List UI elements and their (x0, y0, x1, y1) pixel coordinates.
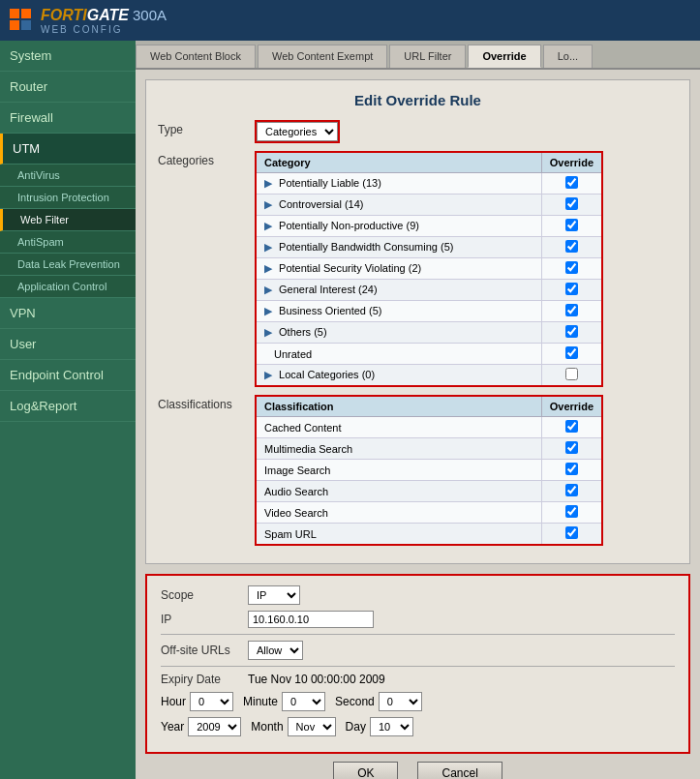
day-label: Day (346, 720, 366, 734)
offsite-select[interactable]: Allow Deny (248, 641, 303, 660)
sidebar-item-vpn[interactable]: VPN (0, 298, 136, 329)
classification-check-0[interactable] (541, 417, 602, 438)
sidebar-item-router[interactable]: Router (0, 72, 136, 103)
ip-label: IP (161, 613, 248, 626)
classification-check-3[interactable] (541, 481, 602, 502)
category-name-2: ▶ Potentially Non-productive (9) (256, 216, 541, 237)
category-check-8[interactable] (541, 344, 602, 365)
classification-checkbox-4[interactable] (565, 505, 578, 518)
month-select[interactable]: JanFebMarApr MayJunJulAug SepOctNovDec (288, 717, 336, 736)
type-select[interactable]: Categories URLs (257, 122, 338, 141)
date-row: Year 2009 201020112012 Month JanFebMarAp… (161, 717, 675, 736)
category-checkbox-0[interactable] (565, 176, 578, 189)
divider2 (161, 666, 675, 667)
classification-name-1: Multimedia Search (256, 438, 541, 460)
classification-check-5[interactable] (541, 524, 602, 546)
sidebar: System Router Firewall UTM AntiVirus Int… (0, 41, 136, 779)
classification-checkbox-5[interactable] (565, 526, 578, 539)
sidebar-item-user[interactable]: User (0, 329, 136, 360)
offsite-label: Off-site URLs (161, 644, 248, 657)
scope-row: Scope IP User All (161, 585, 675, 605)
classifications-table: Classification Override Cached ContentMu… (255, 395, 603, 546)
category-check-1[interactable] (541, 195, 602, 216)
sidebar-item-logreport[interactable]: Log&Report (0, 391, 136, 422)
categories-label: Categories (158, 151, 255, 167)
second-select[interactable]: 0 15304559 (379, 692, 422, 711)
type-label: Type (158, 120, 255, 136)
tab-lo[interactable]: Lo... (543, 45, 593, 68)
category-checkbox-1[interactable] (565, 197, 578, 210)
tab-bar: Web Content Block Web Content Exempt URL… (136, 41, 700, 70)
sidebar-item-antivirus[interactable]: AntiVirus (0, 165, 136, 187)
ip-input[interactable] (248, 611, 374, 628)
category-check-7[interactable] (541, 322, 602, 344)
category-checkbox-3[interactable] (565, 240, 578, 253)
tab-url-filter[interactable]: URL Filter (389, 45, 466, 68)
svg-rect-4 (21, 20, 31, 30)
category-checkbox-9[interactable] (565, 368, 578, 380)
classification-checkbox-0[interactable] (565, 420, 578, 433)
sidebar-item-firewall[interactable]: Firewall (0, 103, 136, 134)
expiry-value: Tue Nov 10 00:00:00 2009 (248, 673, 385, 686)
category-check-4[interactable] (541, 258, 602, 280)
classification-check-1[interactable] (541, 438, 602, 460)
sidebar-item-endpoint[interactable]: Endpoint Control (0, 360, 136, 391)
sidebar-item-webfilter[interactable]: Web Filter (0, 209, 136, 231)
scope-section: Scope IP User All IP Off-site URLs (145, 574, 690, 754)
category-check-5[interactable] (541, 280, 602, 301)
category-checkbox-7[interactable] (565, 325, 578, 338)
classifications-row: Classifications Classification Override … (158, 395, 678, 546)
sidebar-item-utm[interactable]: UTM (0, 134, 136, 165)
category-name-7: ▶ Others (5) (256, 322, 541, 344)
category-check-2[interactable] (541, 216, 602, 237)
svg-rect-1 (10, 9, 19, 18)
sidebar-item-antispam[interactable]: AntiSpam (0, 231, 136, 254)
tab-web-content-block[interactable]: Web Content Block (136, 45, 256, 68)
category-check-0[interactable] (541, 173, 602, 195)
cancel-button[interactable]: Cancel (417, 762, 502, 779)
classification-name-3: Audio Search (256, 481, 541, 502)
svg-rect-3 (10, 20, 19, 30)
category-name-9: ▶ Local Categories (0) (256, 365, 541, 387)
day-select[interactable]: 12345 6789 10111213 1415161718 192021222… (370, 717, 413, 736)
type-row: Type Categories URLs (158, 120, 678, 143)
category-name-3: ▶ Potentially Bandwidth Consuming (5) (256, 237, 541, 258)
month-label: Month (251, 720, 283, 734)
tab-override[interactable]: Override (468, 45, 540, 68)
scope-select[interactable]: IP User All (248, 585, 300, 605)
category-checkbox-2[interactable] (565, 219, 578, 231)
offsite-row: Off-site URLs Allow Deny (161, 641, 675, 660)
sidebar-item-appcontrol[interactable]: Application Control (0, 276, 136, 298)
category-checkbox-6[interactable] (565, 304, 578, 316)
sidebar-item-system[interactable]: System (0, 41, 136, 72)
classification-checkbox-1[interactable] (565, 441, 578, 454)
button-row: OK Cancel (145, 754, 690, 779)
minute-select[interactable]: 0 12345 10152025304559 (282, 692, 325, 711)
category-check-9[interactable] (541, 365, 602, 387)
classification-check-2[interactable] (541, 460, 602, 481)
year-select[interactable]: 2009 201020112012 (188, 717, 241, 736)
categories-table: Category Override ▶ Potentially Liable (… (255, 151, 603, 387)
classification-check-4[interactable] (541, 502, 602, 524)
category-checkbox-8[interactable] (565, 346, 578, 359)
edit-override-card: Edit Override Rule Type Categories URLs … (145, 79, 690, 564)
expiry-label: Expiry Date (161, 673, 248, 686)
classification-checkbox-3[interactable] (565, 484, 578, 496)
header-subtitle: WEB CONFIG (41, 24, 167, 35)
sidebar-item-dataleak[interactable]: Data Leak Prevention (0, 254, 136, 276)
category-name-8: Unrated (256, 344, 541, 365)
ok-button[interactable]: OK (333, 762, 398, 779)
content-area: Edit Override Rule Type Categories URLs … (136, 70, 700, 779)
classification-checkbox-2[interactable] (565, 463, 578, 475)
divider (161, 634, 675, 635)
category-check-6[interactable] (541, 301, 602, 322)
category-name-0: ▶ Potentially Liable (13) (256, 173, 541, 195)
category-checkbox-4[interactable] (565, 261, 578, 274)
hour-select[interactable]: 0 12345 678910 1112131415 1617181920 212… (190, 692, 233, 711)
col-override-class: Override (541, 396, 602, 417)
sidebar-item-intrusion[interactable]: Intrusion Protection (0, 187, 136, 209)
category-check-3[interactable] (541, 237, 602, 258)
col-category: Category (256, 152, 541, 173)
tab-web-content-exempt[interactable]: Web Content Exempt (258, 45, 387, 68)
category-checkbox-5[interactable] (565, 283, 578, 295)
